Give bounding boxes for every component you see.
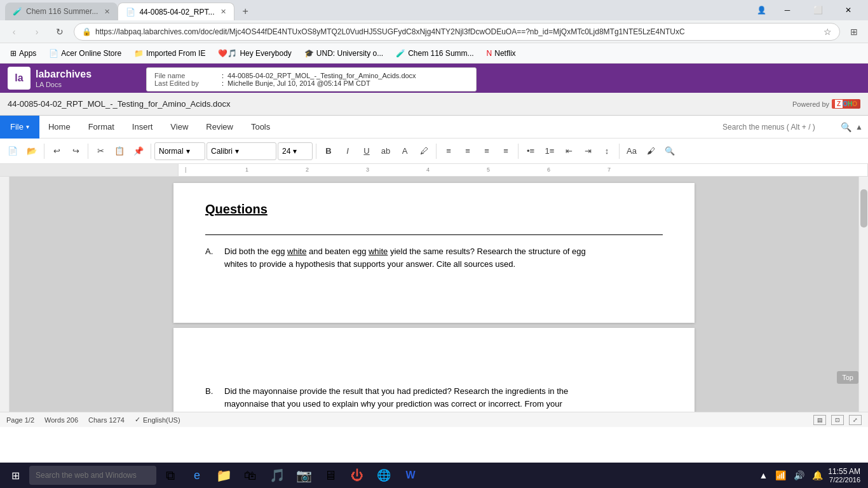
- cut-btn[interactable]: ✂: [92, 142, 109, 160]
- taskbar-clock[interactable]: 11:55 AM 7/22/2016: [828, 467, 860, 484]
- notification-icon[interactable]: 🔔: [810, 468, 825, 483]
- font-dropdown[interactable]: Calibri ▾: [207, 142, 276, 160]
- styles-btn[interactable]: Aa: [623, 142, 641, 160]
- menu-review[interactable]: Review: [197, 116, 242, 139]
- strikethrough-btn[interactable]: ab: [377, 142, 395, 160]
- align-justify-btn[interactable]: ≡: [497, 142, 515, 160]
- view-print-btn[interactable]: ▤: [813, 415, 826, 425]
- taskbar-word-icon[interactable]: W: [398, 463, 423, 488]
- menu-format[interactable]: Format: [79, 116, 123, 139]
- number-list-btn[interactable]: 1≡: [541, 142, 559, 160]
- paste-btn[interactable]: 📌: [130, 142, 147, 160]
- indent-decrease-btn[interactable]: ⇤: [560, 142, 578, 160]
- network-icon[interactable]: 📶: [773, 468, 789, 483]
- bookmark-hey-everybody[interactable]: ❤️🎵 Hey Everybody: [213, 47, 296, 60]
- highlight-btn[interactable]: 🖊: [415, 142, 433, 160]
- taskbar-search-input[interactable]: [29, 466, 156, 485]
- bookmark-star-icon[interactable]: ☆: [824, 27, 832, 37]
- taskbar-time: 11:55 AM: [828, 467, 860, 476]
- bookmark-und-label: UND: University o...: [316, 49, 383, 58]
- profile-icon[interactable]: 👤: [751, 0, 771, 20]
- menu-file[interactable]: File ▾: [0, 116, 39, 139]
- menu-home[interactable]: Home: [39, 116, 79, 139]
- collapse-icon[interactable]: ▲: [855, 123, 863, 132]
- question-b-label: B.: [205, 385, 218, 412]
- acer-icon: 📄: [49, 49, 58, 58]
- tab-chem116[interactable]: 🧪 Chem 116 Summer... ✕: [5, 3, 118, 20]
- bookmark-hey-label: Hey Everybody: [240, 49, 291, 58]
- open-doc-btn[interactable]: 📂: [23, 142, 41, 160]
- new-tab-btn[interactable]: +: [234, 3, 255, 20]
- format-paint-btn[interactable]: 🖌: [642, 142, 660, 160]
- menu-insert[interactable]: Insert: [123, 116, 162, 139]
- extensions-btn[interactable]: ⊞: [845, 23, 863, 41]
- minimize-btn[interactable]: ─: [773, 0, 802, 20]
- align-right-btn[interactable]: ≡: [478, 142, 496, 160]
- font-color-btn[interactable]: A: [396, 142, 414, 160]
- taskbar-store-icon[interactable]: 🛍: [238, 463, 263, 488]
- taskbar-power-icon[interactable]: ⏻: [344, 463, 370, 488]
- align-left-btn[interactable]: ≡: [440, 142, 458, 160]
- doc-title-text: 44-0085-04-02_RPT_MOL_-_Testing_for_Amin…: [8, 99, 792, 109]
- close-btn[interactable]: ✕: [834, 0, 863, 20]
- undo-btn[interactable]: ↩: [48, 142, 65, 160]
- url-box[interactable]: 🔒 https://labpaq.labarchives.com/doc/edi…: [74, 23, 840, 41]
- taskbar-task-view[interactable]: ⧉: [158, 463, 183, 488]
- align-center-btn[interactable]: ≡: [459, 142, 477, 160]
- bullet-list-btn[interactable]: •≡: [522, 142, 539, 160]
- italic-btn[interactable]: I: [339, 142, 356, 160]
- maximize-btn[interactable]: ⬜: [803, 0, 832, 20]
- tab-close-1[interactable]: ✕: [104, 8, 110, 16]
- explorer-icon: 📁: [216, 468, 232, 483]
- top-button[interactable]: Top: [837, 371, 858, 384]
- scrollbar-thumb[interactable]: [860, 189, 867, 227]
- font-size-dropdown[interactable]: 24 ▾: [278, 142, 313, 160]
- expand-tray-icon[interactable]: ▲: [756, 468, 770, 483]
- view-full-btn[interactable]: ⤢: [849, 415, 862, 425]
- underline-btn[interactable]: U: [358, 142, 376, 160]
- menu-view[interactable]: View: [161, 116, 197, 139]
- taskbar-media-icon[interactable]: 🎵: [264, 463, 290, 488]
- bookmark-acer[interactable]: 📄 Acer Online Store: [44, 47, 126, 60]
- tab-close-2[interactable]: ✕: [220, 8, 226, 16]
- document-area[interactable]: Questions A. Did both the egg white and …: [10, 177, 858, 412]
- back-btn[interactable]: ‹: [5, 23, 23, 41]
- last-edited-label: Last Edited by: [154, 79, 218, 87]
- music-icon: ❤️🎵: [218, 49, 237, 58]
- view-web-btn[interactable]: ⊡: [831, 415, 844, 425]
- menu-search-input[interactable]: [722, 123, 837, 132]
- taskbar-explorer-icon[interactable]: 📁: [211, 463, 236, 488]
- left-panel: [0, 177, 10, 412]
- right-scrollbar[interactable]: [858, 177, 868, 412]
- bookmark-imported-ie[interactable]: 📁 Imported From IE: [129, 47, 210, 60]
- start-button[interactable]: ⊞: [3, 463, 28, 488]
- menu-tools[interactable]: Tools: [242, 116, 279, 139]
- file-info-box: File name : 44-0085-04-02_RPT_MOL_-_Test…: [146, 67, 477, 92]
- bold-btn[interactable]: B: [320, 142, 337, 160]
- copy-btn[interactable]: 📋: [111, 142, 128, 160]
- taskbar-edge-icon[interactable]: e: [184, 463, 210, 488]
- style-dropdown[interactable]: Normal ▾: [154, 142, 205, 160]
- line-spacing-btn[interactable]: ↕: [598, 142, 616, 160]
- volume-icon[interactable]: 🔊: [791, 468, 807, 483]
- doc-title-bar: 44-0085-04-02_RPT_MOL_-_Testing_for_Amin…: [0, 93, 868, 116]
- menu-format-label: Format: [88, 122, 114, 132]
- tab-rpt[interactable]: 📄 44-0085-04-02_RPT... ✕: [118, 3, 234, 20]
- bookmark-und[interactable]: 🎓 UND: University o...: [299, 47, 388, 60]
- taskbar-chrome-icon[interactable]: 🌐: [371, 463, 397, 488]
- zoom-btn[interactable]: 🔍: [661, 142, 679, 160]
- last-edited-row: Last Edited by : Michelle Bunje, Jul 10,…: [154, 79, 468, 87]
- indent-increase-btn[interactable]: ⇥: [579, 142, 597, 160]
- reload-btn[interactable]: ↻: [51, 23, 69, 41]
- search-icon[interactable]: 🔍: [841, 122, 851, 132]
- new-doc-btn[interactable]: 📄: [4, 142, 22, 160]
- bookmark-chem116[interactable]: 🧪 Chem 116 Summ...: [391, 47, 478, 60]
- rdp-icon: 🖥: [324, 468, 337, 483]
- bookmark-apps[interactable]: ⊞ Apps: [5, 47, 41, 60]
- forward-btn[interactable]: ›: [28, 23, 46, 41]
- bookmark-netflix[interactable]: N Netflix: [482, 47, 521, 60]
- taskbar-camera-icon[interactable]: 📷: [291, 463, 316, 488]
- taskbar-rdp-icon[interactable]: 🖥: [318, 463, 343, 488]
- redo-btn[interactable]: ↪: [67, 142, 85, 160]
- browser-titlebar: 🧪 Chem 116 Summer... ✕ 📄 44-0085-04-02_R…: [0, 0, 868, 20]
